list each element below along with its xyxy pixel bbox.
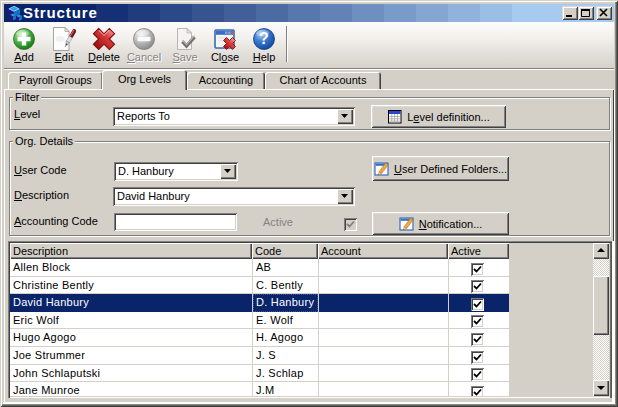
svg-text:?: ? (259, 30, 269, 47)
